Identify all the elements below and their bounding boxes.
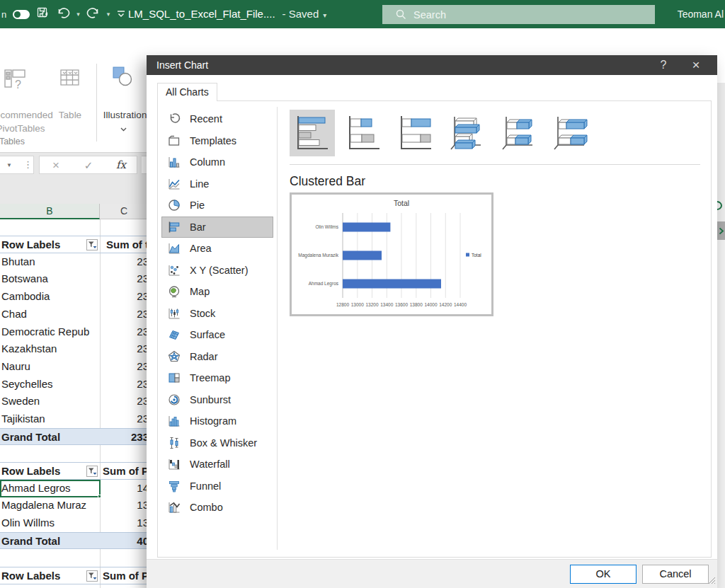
column-header-b[interactable]: B [0, 204, 100, 219]
chart-type-label: Box & Whisker [190, 437, 257, 449]
close-icon[interactable]: × [682, 55, 710, 75]
subtype-3d-clustered-bar-thumbnail[interactable] [445, 110, 490, 156]
subtype-100-stacked-bar-thumbnail[interactable] [393, 110, 438, 156]
row-label: Row Labels [1, 567, 60, 585]
table-row[interactable]: Seychelles23 [0, 376, 156, 393]
pivot-header-row[interactable]: Row LabelsSum of P [0, 567, 156, 584]
chart-type-histogram[interactable]: Histogram [161, 410, 273, 432]
radar-icon [167, 350, 181, 363]
undo-dropdown-icon[interactable]: ▾ [76, 11, 80, 18]
subtype-stacked-bar-thumbnail[interactable] [341, 110, 387, 156]
chart-type-box-whisker[interactable]: Box & Whisker [161, 432, 273, 454]
chart-type-radar[interactable]: Radar [161, 346, 273, 368]
undo-button[interactable] [56, 7, 70, 22]
chart-type-label: Funnel [190, 480, 221, 492]
table-row[interactable]: Olin Willms13 [0, 514, 156, 532]
chart-type-funnel[interactable]: Funnel [161, 475, 273, 497]
pivot-grand-total-row[interactable]: Grand Total233 [0, 428, 156, 446]
search-input[interactable]: Search [382, 5, 655, 24]
formula-bar-separator-dots[interactable]: ⋮ [23, 156, 33, 174]
chart-type-label: Pie [190, 200, 205, 211]
chart-type-stock[interactable]: Stock [161, 303, 273, 325]
table-row[interactable]: Botswana23 [0, 270, 156, 288]
insert-function-icon[interactable]: fx [113, 156, 129, 175]
svg-text:14000: 14000 [424, 302, 437, 307]
all-charts-pane: RecentTemplatesColumnLinePieBarAreaX Y (… [157, 100, 712, 558]
subtype-clustered-bar-thumbnail[interactable] [290, 110, 335, 156]
column-header-c[interactable]: C [100, 204, 149, 219]
row-value: 23 [100, 393, 149, 410]
name-box-dropdown-icon[interactable]: ▼ [6, 156, 12, 174]
preview-chart-svg: 1280013000132001340013600138001400014200… [292, 195, 491, 314]
subtype-3d-100-stacked-bar-thumbnail[interactable] [548, 110, 593, 156]
chart-type-combo[interactable]: Combo [161, 497, 273, 519]
table-row[interactable]: Democratic Repub23 [0, 323, 156, 341]
svg-text:12800: 12800 [336, 302, 349, 307]
clipped-green-circle [717, 201, 722, 210]
filter-icon[interactable] [86, 570, 98, 581]
chart-type-waterfall[interactable]: Waterfall [161, 454, 273, 475]
table-row[interactable]: Kazakhstan23 [0, 340, 156, 358]
autosave-label: n [1, 9, 6, 20]
chart-preview[interactable]: 1280013000132001340013600138001400014200… [290, 192, 493, 316]
chart-type-column[interactable]: Column [161, 151, 273, 173]
table-row[interactable]: Bhutan23 [0, 253, 156, 271]
user-name[interactable]: Teoman Al [678, 0, 724, 28]
sunburst-icon [167, 393, 181, 406]
enter-entry-icon[interactable]: ✓ [81, 156, 96, 175]
tab-all-charts[interactable]: All Charts [157, 83, 217, 101]
redo-dropdown-icon[interactable]: ▾ [107, 11, 110, 18]
illustrations-dropdown-icon[interactable] [120, 125, 127, 133]
table-button[interactable]: Table [50, 108, 91, 122]
table-icon [58, 67, 81, 91]
chart-type-surface[interactable]: Surface [161, 324, 273, 346]
cancel-entry-icon[interactable]: × [48, 156, 64, 175]
row-label: Democratic Repub [1, 323, 89, 341]
pivot-header-row[interactable]: Row LabelsSum of t [0, 236, 156, 253]
sheet-nav-chevron-icon[interactable] [717, 221, 725, 240]
pivot-header-row[interactable]: Row LabelsSum of P [0, 462, 156, 480]
excel-title-bar: n ▾ ▾ LM_SQL_to_Excel_Flat_File....- Sav… [0, 0, 725, 28]
table-row[interactable]: Nauru23 [0, 358, 156, 376]
chart-type-x-y-scatter[interactable]: X Y (Scatter) [161, 260, 273, 282]
document-title: LM_SQL_to_Excel_Flat_File....- Saved▾ [128, 0, 326, 28]
ok-button[interactable]: OK [570, 565, 636, 584]
tables-group-label: Tables [0, 137, 32, 146]
filter-icon[interactable] [86, 238, 98, 250]
chart-type-treemap[interactable]: Treemap [161, 367, 273, 389]
chart-type-area[interactable]: Area [161, 238, 273, 260]
chart-type-recent[interactable]: Recent [161, 108, 273, 130]
row-value: 23 [100, 410, 149, 428]
save-icon[interactable] [36, 6, 50, 22]
saved-dropdown-icon[interactable]: ▾ [323, 11, 326, 19]
table-row[interactable]: Tajikistan23 [0, 410, 156, 428]
chart-type-sunburst[interactable]: Sunburst [161, 389, 273, 411]
redo-button[interactable] [86, 7, 101, 22]
table-row[interactable]: Magdalena Muraz13 [0, 497, 156, 514]
table-row[interactable]: Chad23 [0, 306, 156, 323]
cancel-button[interactable]: Cancel [642, 565, 709, 584]
help-icon[interactable]: ? [649, 55, 678, 75]
chart-type-map[interactable]: Map [161, 281, 273, 303]
chart-type-templates[interactable]: Templates [161, 130, 273, 152]
table-row[interactable]: Sweden23 [0, 393, 156, 410]
table-row[interactable]: Cambodia23 [0, 288, 156, 306]
area-icon [167, 242, 181, 255]
subtype-3d-stacked-bar-thumbnail[interactable] [496, 110, 542, 156]
row-label: Grand Total [1, 429, 60, 446]
treemap-icon [167, 371, 181, 384]
chart-type-bar[interactable]: Bar [161, 217, 273, 238]
row-label: Sweden [1, 393, 40, 410]
resize-grip[interactable] [708, 575, 716, 587]
selected-cell[interactable] [0, 480, 101, 497]
autosave-toggle[interactable] [13, 10, 30, 19]
row-label: Kazakhstan [1, 340, 57, 358]
filter-icon[interactable] [86, 465, 98, 476]
chart-type-line[interactable]: Line [161, 173, 273, 195]
chart-type-pie[interactable]: Pie [161, 195, 273, 217]
svg-text:13800: 13800 [410, 302, 423, 307]
customize-toolbar-icon[interactable] [116, 8, 126, 21]
row-value: 23 [100, 270, 149, 288]
row-value: 23 [100, 358, 149, 376]
pivot-grand-total-row[interactable]: Grand Total40 [0, 532, 156, 550]
